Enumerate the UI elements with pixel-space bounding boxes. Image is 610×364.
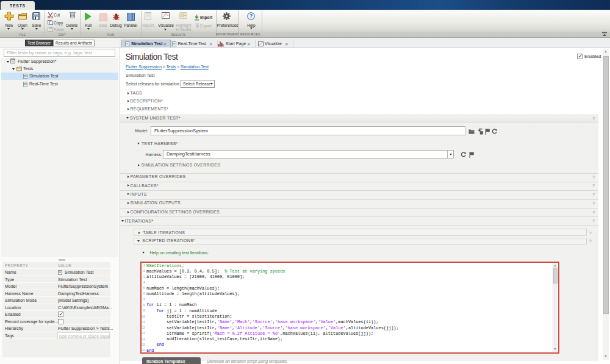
svg-text:?: ? [249, 13, 253, 19]
